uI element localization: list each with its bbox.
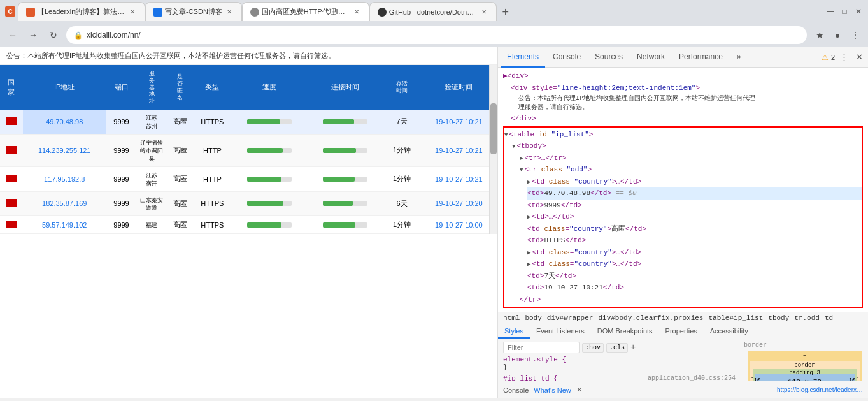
whats-new-close-btn[interactable]: ✕ [576, 386, 582, 394]
tree-line-13[interactable]: ▶<td class="country">…</td> [527, 247, 862, 259]
window-controls: — □ ✕ [826, 7, 863, 16]
status-link[interactable]: https://blog.csdn.net/leaderx… [777, 386, 863, 393]
refresh-button[interactable]: ↻ [46, 27, 61, 43]
breadcrumb-html[interactable]: html [503, 314, 520, 322]
tab-close-3[interactable]: ✕ [352, 8, 361, 17]
tree-line-11[interactable]: <td class="country">高匿</td> [527, 223, 862, 235]
whats-new-bottom-tab[interactable]: What's New [534, 386, 571, 394]
tab-favicon-3 [250, 8, 259, 17]
tab-close-4[interactable]: ✕ [480, 8, 488, 17]
style-tab-dom-breakpoints[interactable]: DOM Breakpoints [591, 324, 659, 339]
cell-type: HTTPS [194, 110, 232, 134]
cls-button[interactable]: .cls [606, 343, 628, 353]
cell-connect [307, 191, 383, 216]
website-panel: 公告：本站所有代理IP地址均收集整理自国内公开互联网，本站不维护运营任何代理服务… [0, 47, 497, 398]
html-tree: ▶<div> <div style="line-height:2em;text-… [498, 68, 868, 312]
minimize-button[interactable]: — [826, 7, 835, 16]
table-row[interactable]: 114.239.255.1219999辽宁省铁 岭市调阳县高匿HTTP1分钟19… [0, 134, 497, 166]
cell-country [0, 134, 23, 166]
table-row[interactable]: 117.95.192.89999江苏 宿迁高匿HTTP1分钟19-10-27 1… [0, 166, 497, 191]
tab-4[interactable]: GitHub - dotnetcore/DotnetS… ✕ [369, 2, 497, 21]
warning-icon: ⚠ [822, 53, 829, 62]
tree-line-14[interactable]: ▶<td class="country">…</td> [527, 258, 862, 270]
proxy-table: 国家 IP地址 端口 服务器地址 是否匿名 类型 速度 连接时间 存活时间 验证… [0, 65, 497, 234]
devtools-tab-performance[interactable]: Performance [672, 47, 729, 68]
cell-country [0, 110, 23, 134]
tree-line-17[interactable]: </tr> [520, 294, 862, 306]
console-bottom-tab[interactable]: Console [503, 386, 529, 394]
tree-line-5[interactable]: ▶<tr>…</tr> [520, 152, 862, 164]
table-row[interactable]: 182.35.87.1699999山东秦安 道道高匿HTTPS6天19-10-2… [0, 191, 497, 216]
new-tab-button[interactable]: + [497, 3, 515, 21]
breadcrumb-td[interactable]: td [825, 314, 833, 322]
cell-anon: 高匿 [167, 191, 194, 216]
menu-button[interactable]: ⋮ [848, 27, 863, 43]
cell-location: 辽宁省铁 岭市调阳县 [136, 134, 167, 166]
back-button[interactable]: ← [5, 27, 20, 43]
browser-window: C 【Leaderxin的博客】算法_排序… ✕ 写文章-CSDN博客 ✕ 国内… [0, 0, 868, 398]
tab-title-2: 写文章-CSDN博客 [165, 7, 222, 17]
box-border-label: border [794, 362, 815, 368]
vertical-scrollbar[interactable] [489, 65, 497, 234]
table-row[interactable]: 59.57.149.1029999福建高匿HTTPS1分钟19-10-27 10… [0, 216, 497, 234]
breadcrumb-table[interactable]: table#ip_list [708, 314, 763, 322]
tree-line-7[interactable]: ▶<td class="country">…</td> [527, 176, 862, 188]
add-style-button[interactable]: + [630, 342, 636, 353]
tab-2[interactable]: 写文章-CSDN博客 ✕ [145, 2, 242, 21]
cell-ip: 49.70.48.98 [23, 110, 106, 134]
table-row[interactable]: 49.70.48.989999江苏 苏州高匿HTTPS7天19-10-27 10… [0, 110, 497, 134]
cell-ttl: 1分钟 [383, 216, 421, 234]
tree-line-4[interactable]: ▼<tbody> [512, 140, 862, 152]
col-port: 端口 [106, 65, 137, 110]
tab-close-1[interactable]: ✕ [128, 8, 137, 17]
devtools-tab-console[interactable]: Console [546, 47, 587, 68]
tree-line-10[interactable]: ▶<td>…</td> [527, 211, 862, 223]
style-tab-event-listeners[interactable]: Event Listeners [530, 324, 591, 339]
bookmark-button[interactable]: ★ [812, 27, 827, 43]
tab-title-4: GitHub - dotnetcore/DotnetS… [389, 8, 477, 16]
breadcrumb-wrapper[interactable]: div#wrapper [547, 314, 594, 322]
tab-close-2[interactable]: ✕ [225, 8, 234, 17]
devtools-tab-more[interactable]: » [730, 47, 748, 68]
tree-line-9[interactable]: <td>9999</td> [527, 200, 862, 212]
devtools-inspect-icon[interactable]: ⋮ [837, 51, 850, 64]
cell-anon: 高匿 [167, 134, 194, 166]
breadcrumb-body-div[interactable]: div#body.clearfix.proxies [598, 314, 703, 322]
announcement-text: 公告：本站所有代理IP地址均收集整理自国内公开互联网，本站不维护运营任何代理服务… [6, 52, 335, 59]
cell-ttl: 1分钟 [383, 166, 421, 191]
forward-button[interactable]: → [25, 27, 41, 43]
cell-verified: 19-10-27 10:21 [421, 134, 497, 166]
styles-tabs: Styles Event Listeners DOM Breakpoints P… [498, 324, 868, 339]
style-tab-properties[interactable]: Properties [659, 324, 704, 339]
hov-button[interactable]: :hov [582, 343, 604, 353]
devtools-tab-sources[interactable]: Sources [588, 47, 629, 68]
table-header-row: 国家 IP地址 端口 服务器地址 是否匿名 类型 速度 连接时间 存活时间 验证… [0, 65, 497, 110]
tree-line-2: </div> [511, 113, 863, 125]
tree-line-16[interactable]: <td>19-10-27 10:21</td> [527, 282, 862, 294]
breadcrumb-tbody[interactable]: tbody [768, 314, 789, 322]
breadcrumb-tr[interactable]: tr.odd [794, 314, 820, 322]
tree-line-0: ▶<div> [503, 70, 863, 82]
address-bar[interactable]: 🔒 xicidaili.com/nn/ [66, 26, 807, 44]
devtools-tab-network[interactable]: Network [630, 47, 671, 68]
profile-button[interactable]: ● [830, 27, 845, 43]
style-tab-styles[interactable]: Styles [498, 324, 530, 339]
tree-line-6[interactable]: ▼<tr class="odd"> [520, 164, 862, 176]
devtools-tab-elements[interactable]: Elements [501, 47, 545, 68]
style-tab-accessibility[interactable]: Accessibility [704, 324, 755, 339]
tree-line-15[interactable]: <td>7天</td> [527, 270, 862, 282]
close-button[interactable]: ✕ [854, 7, 863, 16]
tab-3[interactable]: 国内高匿免费HTTP代理IP_第1页… ✕ [242, 2, 369, 21]
filter-input[interactable] [503, 342, 580, 353]
tree-line-12[interactable]: <td>HTTPS</td> [527, 235, 862, 247]
cell-ip: 114.239.255.121 [23, 134, 106, 166]
tree-line-3[interactable]: ▼<table id="ip_list"> [504, 129, 862, 141]
tree-line-8-selected[interactable]: <td>49.70.48.98</td> == $0 [527, 187, 862, 200]
scrollbar-thumb[interactable] [490, 103, 497, 154]
tab-1[interactable]: 【Leaderxin的博客】算法_排序… ✕ [18, 2, 145, 21]
maximize-button[interactable]: □ [840, 7, 849, 16]
box-model-panel: border – – – border – [741, 339, 868, 381]
cell-ttl: 6天 [383, 191, 421, 216]
devtools-close-icon[interactable]: ✕ [853, 51, 865, 64]
breadcrumb-body[interactable]: body [525, 314, 541, 322]
